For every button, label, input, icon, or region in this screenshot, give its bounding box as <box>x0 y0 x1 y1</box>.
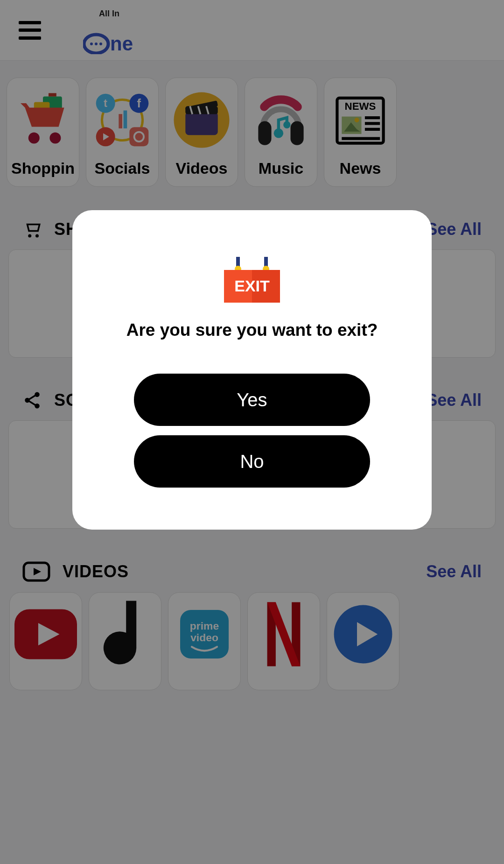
modal-overlay[interactable]: EXIT Are you sure you want to exit? Yes … <box>0 0 504 864</box>
exit-sign-icon: EXIT <box>224 257 280 302</box>
svg-text:EXIT: EXIT <box>234 277 270 295</box>
yes-button[interactable]: Yes <box>134 374 370 426</box>
no-button[interactable]: No <box>134 435 370 488</box>
exit-dialog: EXIT Are you sure you want to exit? Yes … <box>72 210 432 530</box>
dialog-message: Are you sure you want to exit? <box>126 320 378 340</box>
